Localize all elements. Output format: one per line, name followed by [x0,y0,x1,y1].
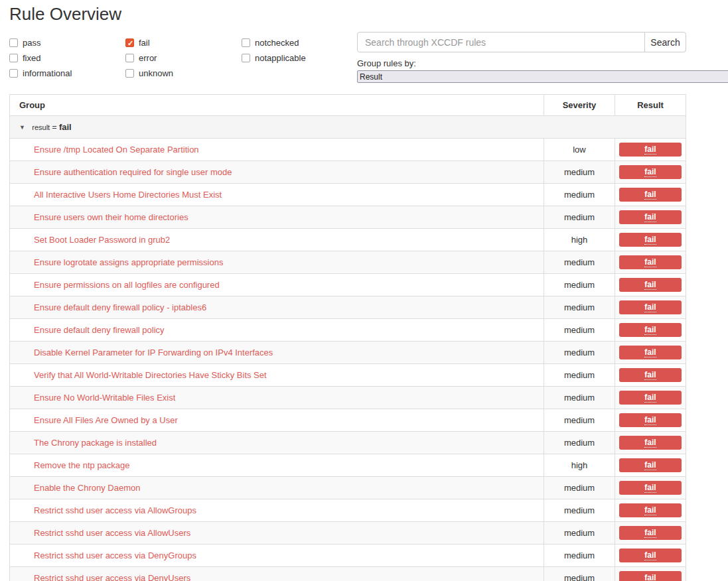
rule-title-link[interactable]: The Chrony package is installed [34,438,157,448]
rule-row: Restrict sshd user access via AllowGroup… [10,499,686,522]
rule-row: Remove the ntp package high fail [10,454,686,477]
rule-title-link[interactable]: Set Boot Loader Password in grub2 [34,235,170,245]
result-badge[interactable]: fail [619,571,682,581]
filter-checkbox-notchecked[interactable]: notchecked [242,38,361,48]
checkbox-column: notchecked notapplicable [242,38,361,84]
rule-title-link[interactable]: Ensure users own their home directories [34,212,188,222]
result-cell: fail [615,229,686,251]
result-badge[interactable]: fail [619,458,682,472]
filter-checkbox-input[interactable] [125,54,134,62]
result-badge[interactable]: fail [619,526,682,540]
rule-title-link[interactable]: Ensure logrotate assigns appropriate per… [34,257,223,267]
result-badge[interactable]: fail [619,436,682,450]
rule-title-link[interactable]: Disable Kernel Parameter for IP Forwardi… [34,348,273,357]
rule-overview-page: Rule Overview pass fixed informational f… [0,0,728,581]
result-badge[interactable]: fail [619,233,682,247]
severity-cell: medium [544,206,615,229]
result-cell: fail [615,454,686,477]
severity-cell: medium [544,545,615,567]
filter-checkbox-input[interactable] [9,38,18,47]
severity-cell: medium [544,296,615,319]
result-badge[interactable]: fail [619,503,682,517]
group-header-row[interactable]: ▼ result = fail [10,116,686,139]
rule-row: Set Boot Loader Password in grub2 high f… [10,229,686,251]
rule-title-link[interactable]: Ensure No World-Writable Files Exist [34,393,175,403]
result-badge[interactable]: fail [619,368,682,382]
result-badge[interactable]: fail [619,413,682,427]
severity-cell: medium [544,477,615,499]
filter-checkbox-input[interactable] [242,38,250,47]
severity-cell: medium [544,522,615,545]
rule-title-link[interactable]: Ensure default deny firewall policy [34,325,165,335]
rule-title-link[interactable]: Restrict sshd user access via DenyGroups [34,550,196,560]
rule-title-link[interactable]: Ensure permissions on all logfiles are c… [34,280,220,290]
severity-cell: high [544,454,615,477]
filter-checkbox-unknown[interactable]: unknown [125,68,242,78]
rule-title-link[interactable]: Restrict sshd user access via DenyUsers [34,573,190,581]
result-badge[interactable]: fail [619,481,682,495]
result-badge[interactable]: fail [619,346,682,359]
rule-row: Restrict sshd user access via DenyUsers … [10,567,686,581]
rule-overview-table: Group Severity Result ▼ result = fail En… [9,94,686,581]
filter-checkbox-fail[interactable]: fail [125,38,242,48]
rule-row: Disable Kernel Parameter for IP Forwardi… [10,342,686,364]
severity-cell: medium [544,567,615,581]
filter-checkbox-input[interactable] [9,54,18,62]
rule-title-link[interactable]: Ensure default deny firewall policy - ip… [34,302,206,312]
result-badge[interactable]: fail [619,278,682,292]
filter-checkbox-input[interactable] [9,69,18,78]
rule-row: Ensure All Files Are Owned by a User med… [10,409,686,432]
filter-checkbox-label: fail [139,38,150,48]
severity-cell: medium [544,161,615,184]
rule-title-link[interactable]: Remove the ntp package [34,460,130,470]
result-badge[interactable]: fail [619,300,682,314]
severity-cell: medium [544,319,615,342]
filter-checkbox-input[interactable] [125,69,134,78]
filter-checkbox-pass[interactable]: pass [9,38,125,48]
rule-title-link[interactable]: Restrict sshd user access via AllowUsers [34,528,190,538]
search-button[interactable]: Search [644,32,686,52]
rule-title-link[interactable]: Restrict sshd user access via AllowGroup… [34,505,196,515]
filter-checkbox-informational[interactable]: informational [9,68,125,78]
rule-row: Ensure No World-Writable Files Exist med… [10,387,686,409]
severity-cell: high [544,229,615,251]
rule-title-link[interactable]: Ensure All Files Are Owned by a User [34,415,178,425]
filter-checkbox-notapplicable[interactable]: notapplicable [242,53,361,63]
result-badge[interactable]: fail [619,549,682,562]
rule-title-link[interactable]: Ensure /tmp Located On Separate Partitio… [34,145,199,155]
rule-title-link[interactable]: Ensure authentication required for singl… [34,167,232,177]
filter-checkbox-label: notapplicable [255,53,306,63]
filter-checkbox-label: fixed [23,53,40,63]
rule-row: Restrict sshd user access via DenyGroups… [10,545,686,567]
rule-row: Ensure authentication required for singl… [10,161,686,184]
filter-checkbox-label: unknown [139,68,173,78]
filter-checkbox-label: error [139,53,157,63]
result-cell: fail [615,161,686,184]
result-badge[interactable]: fail [619,188,682,202]
search-input[interactable] [357,32,645,52]
result-badge[interactable]: fail [619,323,682,337]
severity-cell: medium [544,499,615,522]
column-header-result: Result [615,95,686,116]
result-badge[interactable]: fail [619,165,682,179]
rule-title-link[interactable]: All Interactive Users Home Directories M… [34,190,222,200]
result-badge[interactable]: fail [619,255,682,269]
group-by-select[interactable]: Result [357,70,728,83]
rule-title-link[interactable]: Enable the Chrony Daemon [34,483,140,493]
rule-row: Ensure /tmp Located On Separate Partitio… [10,139,686,161]
rule-title-link[interactable]: Verify that All World-Writable Directori… [34,370,267,380]
rule-row: Ensure users own their home directories … [10,206,686,229]
filter-checkbox-fixed[interactable]: fixed [9,53,125,63]
result-cell: fail [615,139,686,161]
filter-checkbox-input[interactable] [125,38,134,47]
result-badge[interactable]: fail [619,391,682,405]
result-badge[interactable]: fail [619,210,682,224]
result-cell: fail [615,274,686,296]
result-cell: fail [615,319,686,342]
filter-checkbox-input[interactable] [242,54,250,62]
filter-checkbox-error[interactable]: error [125,53,242,63]
chevron-down-icon[interactable]: ▼ [19,124,25,131]
rule-row: Verify that All World-Writable Directori… [10,364,686,387]
result-cell: fail [615,545,686,567]
result-badge[interactable]: fail [619,143,682,157]
